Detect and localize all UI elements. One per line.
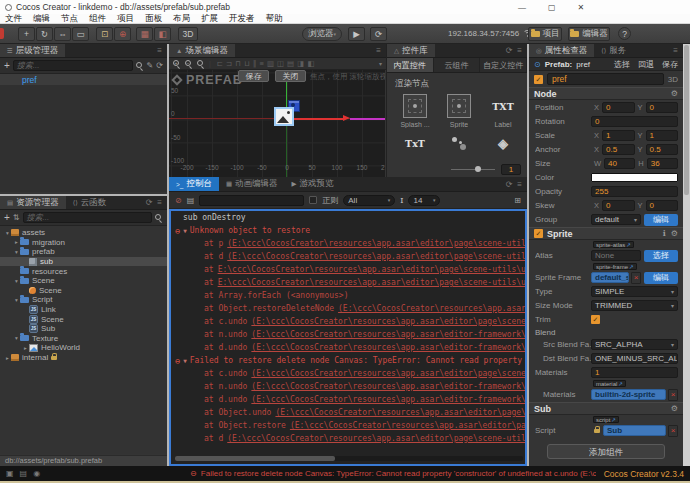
node-active-checkbox[interactable]: ✓ [534,75,543,84]
panel-menu-icon[interactable]: ≡ [673,46,678,55]
console-log-area[interactable]: sub onDestroy⊖▼Unknown object to restore… [169,209,527,466]
console-tab[interactable]: ▦动画编辑器 [219,177,285,191]
export-log-icon[interactable]: ⊞ [514,196,521,205]
hierarchy-search-input[interactable]: 搜索... [13,60,133,71]
prefab-save-button[interactable]: 保存 [238,70,269,82]
stack-source-link[interactable]: (E:\ccc\CocosCreator\resources\app.asar\… [275,408,525,417]
status-list-icon[interactable]: ▤ [20,469,28,478]
console-filter-input[interactable] [199,195,304,206]
hierarchy-node[interactable]: pref [0,74,167,85]
mode-3d-button[interactable]: 3D [178,27,198,41]
external-link-icon[interactable]: ↗ [626,242,631,247]
regex-checkbox[interactable] [309,196,317,204]
align-tool-icon[interactable]: ◧ [307,59,314,68]
asset-tree-item[interactable]: resources [0,266,167,276]
scene-canvas[interactable]: PREFAB 保存 关闭 焦点，使用 滚轮缩放视图 -200-150-100-5… [169,70,385,177]
scale-tool-button[interactable]: ⇔ [54,27,71,41]
asset-tree-item[interactable]: ▾assets [0,228,167,238]
rect-tool-button[interactable]: ▭ [72,27,89,41]
property-dropdown[interactable]: ONE_MINUS_SRC_ALPHA▾ [591,353,678,364]
clear-console-icon[interactable]: ⊘ [175,196,182,205]
asset-reference-field[interactable]: builtin-2d-sprite [591,389,666,400]
component-header[interactable]: Node⚙ [529,87,683,100]
menu-item[interactable]: 文件 [5,13,22,25]
component-header[interactable]: Sub⚙ [529,402,683,415]
align-tool-icon[interactable]: ⊔ [244,59,250,68]
zoom-out-icon[interactable]: − [185,60,193,68]
align-tool-icon[interactable]: ⊓ [235,59,241,68]
console-log-line[interactable]: sub onDestroy [171,211,525,224]
chevron-right-icon[interactable]: ▸ [22,345,29,351]
menu-item[interactable]: 项目 [117,13,134,25]
stack-source-link[interactable]: (E:\ccc\CocosCreator\resources\app.asar\… [338,304,525,313]
close-button[interactable]: ✕ [578,3,585,12]
property-field[interactable]: 1 [602,130,634,141]
tab-hierarchy[interactable]: ☰层级管理器 [0,44,65,57]
panel-menu-icon[interactable]: ≡ [157,46,162,55]
stack-source-link[interactable]: (E:\ccc\CocosCreator\resources\app.asar\… [227,252,525,261]
library-tab[interactable]: 云组件 [434,58,481,72]
refresh-button[interactable]: ⟳ [370,27,387,41]
prefab-action-button[interactable]: 保存 [662,59,678,70]
property-dropdown[interactable]: default▾ [591,214,641,225]
property-dropdown[interactable]: SRC_ALPHA▾ [591,339,678,350]
locate-icon[interactable]: ✎ [147,61,154,70]
maximize-button[interactable]: ▢ [548,3,556,12]
asset-reference-field[interactable]: Sub [603,425,666,436]
dock-badge-icon[interactable] [0,28,4,39]
gear-icon[interactable]: ⚙ [671,229,678,238]
grid-toggle-button[interactable]: ▦ [136,27,153,41]
console-tab[interactable]: >_控制台 [169,177,219,191]
refresh-icon[interactable]: ⟳ [506,180,513,189]
console-error-title[interactable]: ⊖▼Unknown object to restore [171,224,525,237]
help-button[interactable]: ? [618,27,631,40]
tab-services[interactable]: ⟨⟩服务 [594,44,633,57]
move-tool-button[interactable]: + [18,27,35,41]
menu-item[interactable]: 帮助 [266,13,283,25]
coordinate-toggle-button[interactable]: ⊕ [114,27,131,41]
open-editor-button[interactable]: 编辑器 [568,27,610,41]
status-record-icon[interactable]: ◉ [33,469,40,478]
property-field[interactable]: 1 [646,130,678,141]
library-item[interactable]: Splash ... [393,94,437,128]
property-field[interactable]: 0 [602,200,634,211]
asset-tree-item[interactable]: ▾prefab [0,247,167,257]
selected-sprite[interactable] [274,107,294,126]
scrollbar-thumb[interactable] [684,45,689,195]
refresh-icon[interactable]: ⟳ [156,61,163,70]
remove-asset-button[interactable]: × [668,425,678,437]
open-project-button[interactable]: 项目 [528,27,562,41]
property-field[interactable]: 255 [591,186,678,197]
sort-icon[interactable]: ⇅ [13,213,20,222]
add-component-button[interactable]: 添加组件 [547,444,665,459]
chevron-down-icon[interactable]: ▾ [13,249,20,255]
status-grid-icon[interactable]: ▣ [6,469,14,478]
align-tool-icon[interactable]: ◫ [277,59,284,68]
edit-group-button[interactable]: 编辑 [644,214,678,226]
pivot-toggle-button[interactable]: ⊡ [96,27,113,41]
asset-reference-field[interactable]: default_sprite [591,272,629,283]
snap-toggle-button[interactable]: ◧ [154,27,171,41]
asset-tree-item[interactable]: Scene [0,286,167,296]
chevron-down-icon[interactable]: ▼ [183,357,187,364]
property-field[interactable]: 0.5 [646,144,678,155]
minimize-button[interactable]: — [518,3,526,12]
stack-source-link[interactable]: (E:\ccc\CocosCreator\resources\app.asar\… [251,369,525,378]
assets-search-input[interactable]: 搜索... [23,212,152,223]
library-item[interactable]: Sprite [437,94,481,128]
stack-source-link[interactable]: (E:\ccc\CocosCreator\resources\app.asar\… [227,434,525,443]
library-item[interactable] [437,131,481,158]
stack-source-link[interactable]: (E:\ccc\CocosCreator\resources\app.asar\… [251,382,525,391]
asset-reference-field[interactable]: None [591,250,641,261]
search-icon[interactable] [136,62,144,70]
align-tool-icon[interactable]: ⊐ [226,59,232,68]
external-link-icon[interactable]: ↗ [618,381,623,386]
zoom-in-icon[interactable]: + [173,60,181,68]
property-dropdown[interactable]: TRIMMED▾ [591,300,678,311]
chevron-down-icon[interactable]: ▾ [379,60,382,67]
chevron-down-icon[interactable]: ▾ [4,230,11,236]
search-icon[interactable] [155,214,163,222]
slider-thumb[interactable] [475,166,481,172]
stack-source-link[interactable]: (E:\ccc\CocosCreator\resources\app.asar\… [227,239,525,248]
font-size-dropdown[interactable]: 14▾ [408,195,440,206]
